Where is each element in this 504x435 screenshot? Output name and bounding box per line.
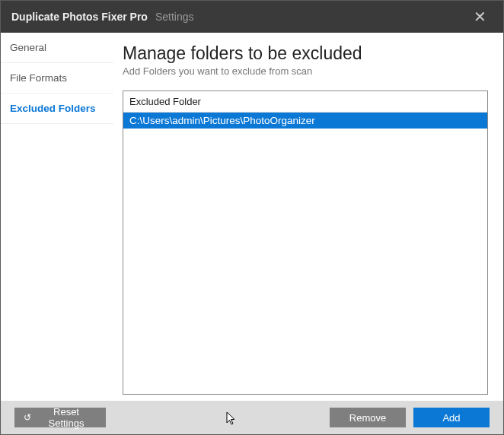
- close-icon[interactable]: ✕: [467, 6, 493, 27]
- footer-bar: ↺ Reset Settings Remove Add: [1, 401, 503, 434]
- sidebar-item-label: General: [10, 42, 46, 53]
- list-body[interactable]: C:\Users\admin\Pictures\PhotoOrganizer: [123, 113, 487, 394]
- undo-icon: ↺: [24, 412, 31, 423]
- list-item[interactable]: C:\Users\admin\Pictures\PhotoOrganizer: [123, 113, 487, 129]
- list-header: Excluded Folder: [123, 91, 487, 113]
- settings-sidebar: General File Formats Excluded Folders: [1, 33, 113, 401]
- sidebar-item-label: File Formats: [10, 72, 67, 84]
- sidebar-item-excluded-folders[interactable]: Excluded Folders: [1, 94, 113, 124]
- excluded-folder-list: Excluded Folder C:\Users\admin\Pictures\…: [123, 90, 488, 395]
- cursor-icon: [226, 411, 238, 427]
- main-panel: Manage folders to be excluded Add Folder…: [113, 33, 503, 401]
- remove-button[interactable]: Remove: [330, 408, 406, 427]
- content-body: General File Formats Excluded Folders Ma…: [1, 33, 503, 401]
- reset-settings-button[interactable]: ↺ Reset Settings: [14, 408, 106, 427]
- add-label: Add: [442, 412, 460, 424]
- page-title: Manage folders to be excluded: [123, 43, 488, 64]
- remove-label: Remove: [349, 412, 386, 424]
- sidebar-item-label: Excluded Folders: [10, 103, 96, 114]
- reset-label: Reset Settings: [36, 406, 97, 429]
- add-button[interactable]: Add: [413, 408, 490, 427]
- app-name: Duplicate Photos Fixer Pro: [11, 11, 148, 23]
- breadcrumb: Settings: [155, 11, 194, 23]
- titlebar: Duplicate Photos Fixer Pro Settings ✕: [1, 1, 503, 33]
- sidebar-item-file-formats[interactable]: File Formats: [1, 63, 113, 94]
- page-subtitle: Add Folders you want to exclude from sca…: [123, 65, 488, 77]
- sidebar-item-general[interactable]: General: [1, 33, 113, 63]
